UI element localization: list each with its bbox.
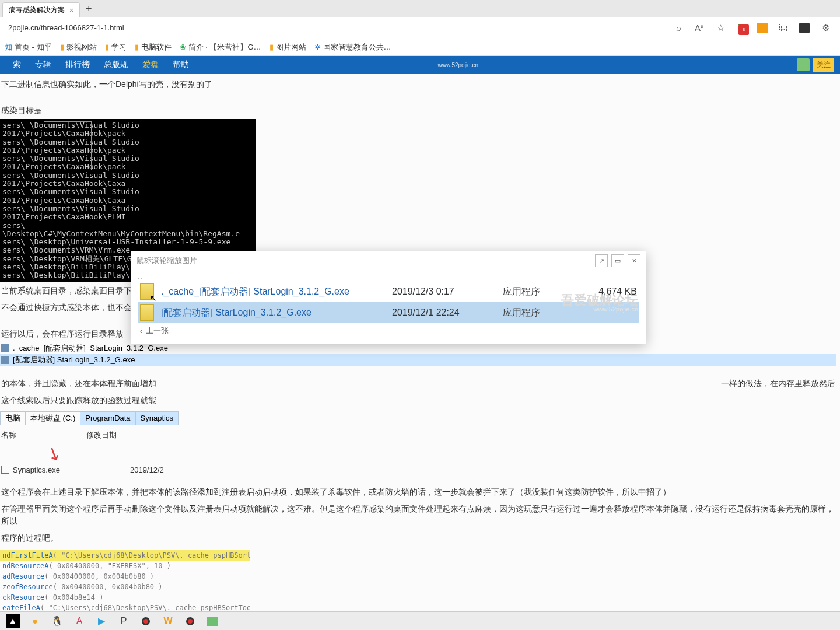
page-content: 下二进制信息也确实如此，一个Delphi写的壳，没有别的了 感染目标是 sers… — [0, 74, 840, 630]
popup-header: 鼠标滚轮缩放图片 ↗ ▭ ✕ — [131, 251, 646, 268]
file-name: [配套启动器] StarLogin_3.1.2_G.exe — [161, 307, 392, 319]
paragraph: 这个程序会在上述目录下解压本体，并把本体的该路径添加到注册表启动启动项，如果装了… — [0, 484, 836, 501]
bookmark-folder-software[interactable]: ▮电脑软件 — [135, 42, 172, 52]
exe-file-icon: ↖ — [140, 284, 154, 300]
watermark-url: www.52pojie.cn — [438, 62, 478, 68]
watermark-url: www.52pojie.cn — [594, 306, 638, 313]
url-input[interactable] — [5, 21, 673, 34]
chevron-left-icon: ‹ — [140, 327, 142, 335]
trace-row: adResource( 0x00400000, 0x004b0b80 ) — [0, 571, 250, 582]
cell-name: Synaptics.exe — [13, 466, 60, 474]
search-icon[interactable]: ⌕ — [673, 23, 684, 33]
bookmark-folder-video[interactable]: ▮影视网站 — [60, 42, 97, 52]
cell-date: 2019/12/2 — [130, 466, 164, 474]
breadcrumb[interactable]: 电脑 本地磁盘 (C:) ProgramData Synaptics — [0, 411, 179, 425]
prev-image-button[interactable]: ‹上一张 — [138, 323, 639, 338]
collections-icon[interactable]: ⿻ — [778, 23, 789, 33]
extension-grid-icon[interactable] — [799, 23, 810, 33]
nav-search[interactable]: 索 — [6, 60, 28, 70]
taskbar-terminal[interactable] — [205, 614, 219, 628]
toolbar-icons: ⌕ Aᵃ ☆ ⛨8 ⿻ ⚙ — [673, 23, 835, 33]
forum-nav: 索 专辑 排行榜 总版规 爱盘 帮助 www.52pojie.cn 关注 — [0, 56, 840, 74]
file-row-selected[interactable]: [配套启动器] StarLogin_3.1.2_G.exe — [0, 354, 836, 366]
exe-icon — [1, 344, 9, 352]
nav-album[interactable]: 专辑 — [28, 60, 58, 70]
crumb-programdata[interactable]: ProgramData — [80, 412, 135, 425]
cursor-icon: ↖ — [150, 293, 157, 303]
taskbar-media[interactable]: ▶ — [94, 614, 108, 628]
file-date: 2019/12/3 0:17 — [392, 286, 503, 297]
paragraph: 的本体，并且隐藏，还在本体程序前面增加 — [0, 375, 158, 392]
trace-row: ckResource( 0x004b8e14 ) — [0, 592, 250, 603]
popup-body: .. ↖ ._cache_[配套启动器] StarLogin_3.1.2_G.e… — [131, 268, 646, 344]
taskbar-app-p[interactable]: P — [117, 614, 131, 628]
bookmark-miying[interactable]: ❀简介 · 【米营社】G… — [180, 42, 261, 52]
taskbar: ▲ ● 🐧 A ▶ P W — [0, 611, 840, 630]
taskbar-record-2[interactable] — [183, 614, 197, 628]
explorer-row[interactable]: Synaptics.exe 2019/12/2 — [0, 463, 836, 477]
open-external-icon[interactable]: ↗ — [595, 254, 608, 267]
extension-orange-icon[interactable] — [757, 23, 768, 33]
taskbar-qq[interactable]: 🐧 — [50, 614, 64, 628]
trace-row: ndResourceA( 0x00400000, "EXERESX", 10 ) — [0, 561, 250, 571]
close-icon[interactable]: ✕ — [628, 254, 640, 267]
avatar-icon[interactable] — [797, 58, 810, 71]
paragraph: 感染目标是 — [0, 102, 836, 119]
address-bar: ⌕ Aᵃ ☆ ⛨8 ⿻ ⚙ — [0, 18, 840, 38]
col-date[interactable]: 修改日期 — [86, 430, 117, 440]
bookmark-edu[interactable]: ✲国家智慧教育公共… — [314, 42, 391, 52]
paragraph-tail: 一样的做法，在内存里释放然后 — [720, 375, 836, 392]
taskbar-wps[interactable]: W — [161, 614, 175, 628]
settings-icon[interactable]: ⚙ — [820, 23, 831, 33]
paragraph: 下二进制信息也确实如此，一个Delphi写的壳，没有别的了 — [0, 76, 836, 93]
nav-rank[interactable]: 排行榜 — [58, 60, 97, 70]
crumb-pc[interactable]: 电脑 — [1, 412, 26, 425]
taskbar-app-1[interactable]: ▲ — [6, 614, 20, 628]
nav-rules[interactable]: 总版规 — [97, 60, 135, 70]
tab-close-icon[interactable]: × — [69, 6, 74, 15]
follow-button[interactable]: 关注 — [813, 58, 834, 72]
exe-icon — [1, 356, 9, 364]
file-name: ._cache_[配套启动器] StarLogin_3.1.2_G.exe — [161, 286, 392, 298]
read-aloud-icon[interactable]: Aᵃ — [694, 23, 705, 33]
col-name[interactable]: 名称 — [1, 430, 16, 440]
popup-title: 鼠标滚轮缩放图片 — [136, 256, 197, 266]
taskbar-app-2[interactable]: ● — [28, 614, 42, 628]
red-arrow-icon: ↘ — [43, 440, 65, 465]
image-popup: 鼠标滚轮缩放图片 ↗ ▭ ✕ .. ↖ ._cache_[配套启动器] Star… — [131, 251, 646, 344]
browser-tab[interactable]: 病毒感染解决方案 × — [2, 2, 80, 18]
bookmark-folder-study[interactable]: ▮学习 — [105, 42, 127, 52]
nav-help[interactable]: 帮助 — [166, 60, 196, 70]
file-date: 2019/12/1 22:24 — [392, 307, 503, 318]
crumb-c[interactable]: 本地磁盘 (C:) — [26, 412, 80, 425]
nav-aipan[interactable]: 爱盘 — [135, 60, 166, 70]
browser-tab-bar: 病毒感染解决方案 × + — [0, 0, 840, 18]
paragraph: 程序的过程吧。 — [0, 530, 836, 547]
adblock-icon[interactable]: ⛨8 — [736, 23, 747, 33]
file-list: ._cache_[配套启动器]_StarLogin_3.1.2_G.exe [配… — [0, 342, 836, 366]
bookmark-folder-pics[interactable]: ▮图片网站 — [270, 42, 306, 52]
taskbar-app-a[interactable]: A — [72, 614, 86, 628]
trace-row: zeofResource( 0x00400000, 0x004b0b80 ) — [0, 582, 250, 592]
explorer-header: 名称 修改日期 — [0, 428, 836, 443]
taskbar-record[interactable] — [139, 614, 153, 628]
user-area: 关注 — [797, 58, 834, 72]
tab-title: 病毒感染解决方案 — [9, 5, 65, 15]
tab-add-icon[interactable]: + — [86, 3, 92, 15]
exe-file-icon — [140, 304, 154, 321]
maximize-icon[interactable]: ▭ — [611, 254, 624, 267]
crumb-synaptics[interactable]: Synaptics — [136, 412, 178, 425]
highlight-box — [44, 121, 92, 170]
bookmark-zhihu[interactable]: 知首页 - 知乎 — [5, 42, 52, 52]
exe-icon — [1, 466, 9, 474]
trace-row: ndFirstFileA( "C:\Users\cdj68\Desktop\PS… — [0, 550, 250, 561]
favorite-icon[interactable]: ☆ — [715, 23, 726, 33]
paragraph: 在管理器里面关闭这个程序后再手动删除这个文件以及注册表启动项就能解决，这不难。但… — [0, 501, 836, 530]
bookmarks-bar: 知首页 - 知乎 ▮影视网站 ▮学习 ▮电脑软件 ❀简介 · 【米营社】G… ▮… — [0, 38, 840, 56]
paragraph: 这个线索以后只要跟踪释放的函数过程就能 — [0, 392, 836, 409]
